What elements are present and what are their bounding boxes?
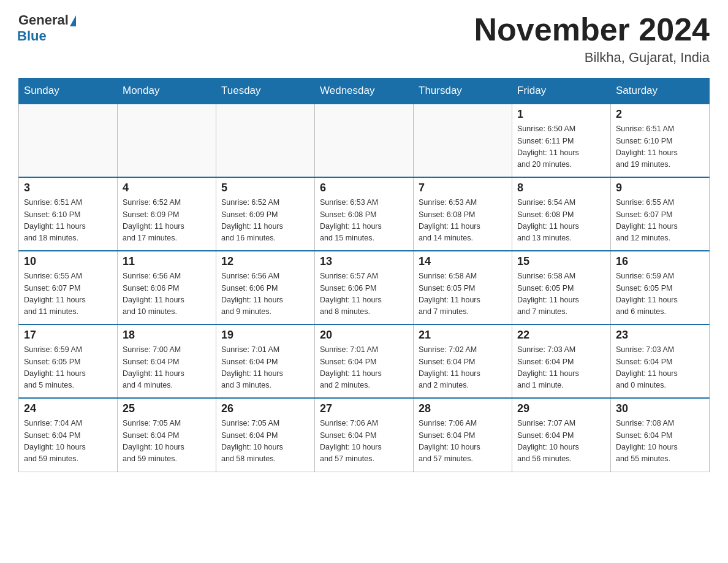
day-cell	[19, 104, 118, 177]
day-cell: 21Sunrise: 7:02 AMSunset: 6:04 PMDayligh…	[414, 324, 512, 398]
title-block: November 2024 Bilkha, Gujarat, India	[474, 12, 710, 66]
week-row-5: 24Sunrise: 7:04 AMSunset: 6:04 PMDayligh…	[19, 398, 710, 472]
day-number: 4	[123, 182, 211, 194]
day-info: Sunrise: 6:58 AMSunset: 6:05 PMDaylight:…	[517, 270, 605, 318]
day-number: 14	[419, 255, 507, 268]
day-info: Sunrise: 6:50 AMSunset: 6:11 PMDaylight:…	[517, 123, 605, 171]
day-number: 20	[320, 329, 408, 342]
day-info: Sunrise: 6:58 AMSunset: 6:05 PMDaylight:…	[419, 270, 507, 318]
day-info: Sunrise: 6:56 AMSunset: 6:06 PMDaylight:…	[221, 270, 309, 318]
day-number: 16	[616, 255, 704, 268]
day-cell: 5Sunrise: 6:52 AMSunset: 6:09 PMDaylight…	[216, 177, 315, 251]
day-number: 17	[24, 329, 112, 342]
day-cell: 29Sunrise: 7:07 AMSunset: 6:04 PMDayligh…	[512, 398, 611, 472]
col-header-saturday: Saturday	[611, 79, 710, 104]
day-cell: 23Sunrise: 7:03 AMSunset: 6:04 PMDayligh…	[611, 324, 710, 398]
day-number: 18	[123, 329, 211, 342]
day-info: Sunrise: 6:55 AMSunset: 6:07 PMDaylight:…	[616, 197, 704, 245]
day-cell: 14Sunrise: 6:58 AMSunset: 6:05 PMDayligh…	[414, 251, 512, 324]
col-header-friday: Friday	[512, 79, 611, 104]
day-cell: 16Sunrise: 6:59 AMSunset: 6:05 PMDayligh…	[611, 251, 710, 324]
day-number: 6	[320, 182, 408, 194]
day-number: 8	[517, 182, 605, 194]
col-header-thursday: Thursday	[414, 79, 512, 104]
day-number: 26	[221, 402, 309, 415]
day-info: Sunrise: 6:54 AMSunset: 6:08 PMDaylight:…	[517, 197, 605, 245]
day-info: Sunrise: 7:01 AMSunset: 6:04 PMDaylight:…	[221, 344, 309, 392]
page-header: General Blue November 2024 Bilkha, Gujar…	[18, 12, 710, 66]
day-info: Sunrise: 7:01 AMSunset: 6:04 PMDaylight:…	[320, 344, 408, 392]
day-number: 23	[616, 329, 704, 342]
location-title: Bilkha, Gujarat, India	[474, 50, 710, 66]
day-cell: 22Sunrise: 7:03 AMSunset: 6:04 PMDayligh…	[512, 324, 611, 398]
day-info: Sunrise: 6:51 AMSunset: 6:10 PMDaylight:…	[24, 197, 112, 245]
day-info: Sunrise: 7:08 AMSunset: 6:04 PMDaylight:…	[616, 418, 704, 465]
day-cell: 3Sunrise: 6:51 AMSunset: 6:10 PMDaylight…	[19, 177, 118, 251]
day-number: 22	[517, 329, 605, 342]
week-row-3: 10Sunrise: 6:55 AMSunset: 6:07 PMDayligh…	[19, 251, 710, 324]
day-number: 27	[320, 402, 408, 415]
day-cell: 26Sunrise: 7:05 AMSunset: 6:04 PMDayligh…	[216, 398, 315, 472]
day-cell: 6Sunrise: 6:53 AMSunset: 6:08 PMDaylight…	[315, 177, 414, 251]
day-cell: 15Sunrise: 6:58 AMSunset: 6:05 PMDayligh…	[512, 251, 611, 324]
day-cell: 11Sunrise: 6:56 AMSunset: 6:06 PMDayligh…	[118, 251, 216, 324]
logo: General Blue	[18, 12, 76, 44]
day-cell	[216, 104, 315, 177]
day-cell: 27Sunrise: 7:06 AMSunset: 6:04 PMDayligh…	[315, 398, 414, 472]
day-number: 7	[419, 182, 507, 194]
day-cell	[315, 104, 414, 177]
day-number: 30	[616, 402, 704, 415]
col-header-wednesday: Wednesday	[315, 79, 414, 104]
day-number: 9	[616, 182, 704, 194]
day-info: Sunrise: 6:59 AMSunset: 6:05 PMDaylight:…	[24, 344, 112, 392]
day-info: Sunrise: 6:56 AMSunset: 6:06 PMDaylight:…	[123, 270, 211, 318]
day-cell: 10Sunrise: 6:55 AMSunset: 6:07 PMDayligh…	[19, 251, 118, 324]
day-info: Sunrise: 7:06 AMSunset: 6:04 PMDaylight:…	[320, 418, 408, 465]
day-cell: 9Sunrise: 6:55 AMSunset: 6:07 PMDaylight…	[611, 177, 710, 251]
day-cell: 1Sunrise: 6:50 AMSunset: 6:11 PMDaylight…	[512, 104, 611, 177]
day-number: 25	[123, 402, 211, 415]
day-info: Sunrise: 7:07 AMSunset: 6:04 PMDaylight:…	[517, 418, 605, 465]
day-info: Sunrise: 7:00 AMSunset: 6:04 PMDaylight:…	[123, 344, 211, 392]
day-number: 15	[517, 255, 605, 268]
day-cell: 12Sunrise: 6:56 AMSunset: 6:06 PMDayligh…	[216, 251, 315, 324]
day-info: Sunrise: 6:51 AMSunset: 6:10 PMDaylight:…	[616, 123, 704, 171]
day-info: Sunrise: 7:03 AMSunset: 6:04 PMDaylight:…	[517, 344, 605, 392]
day-cell: 30Sunrise: 7:08 AMSunset: 6:04 PMDayligh…	[611, 398, 710, 472]
day-number: 29	[517, 402, 605, 415]
day-cell	[118, 104, 216, 177]
day-number: 10	[24, 255, 112, 268]
day-number: 28	[419, 402, 507, 415]
day-cell: 13Sunrise: 6:57 AMSunset: 6:06 PMDayligh…	[315, 251, 414, 324]
day-info: Sunrise: 7:04 AMSunset: 6:04 PMDaylight:…	[24, 418, 112, 465]
day-number: 5	[221, 182, 309, 194]
logo-triangle-icon	[70, 15, 76, 26]
day-info: Sunrise: 7:02 AMSunset: 6:04 PMDaylight:…	[419, 344, 507, 392]
week-row-4: 17Sunrise: 6:59 AMSunset: 6:05 PMDayligh…	[19, 324, 710, 398]
day-cell: 20Sunrise: 7:01 AMSunset: 6:04 PMDayligh…	[315, 324, 414, 398]
week-row-1: 1Sunrise: 6:50 AMSunset: 6:11 PMDaylight…	[19, 104, 710, 177]
month-title: November 2024	[474, 12, 710, 47]
day-number: 1	[517, 108, 605, 121]
day-cell	[414, 104, 512, 177]
day-number: 12	[221, 255, 309, 268]
day-number: 2	[616, 108, 704, 121]
day-number: 13	[320, 255, 408, 268]
day-info: Sunrise: 6:52 AMSunset: 6:09 PMDaylight:…	[123, 197, 211, 245]
day-number: 11	[123, 255, 211, 268]
day-cell: 28Sunrise: 7:06 AMSunset: 6:04 PMDayligh…	[414, 398, 512, 472]
col-header-tuesday: Tuesday	[216, 79, 315, 104]
calendar-table: SundayMondayTuesdayWednesdayThursdayFrid…	[18, 78, 710, 472]
day-cell: 18Sunrise: 7:00 AMSunset: 6:04 PMDayligh…	[118, 324, 216, 398]
calendar-header-row: SundayMondayTuesdayWednesdayThursdayFrid…	[19, 79, 710, 104]
day-cell: 25Sunrise: 7:05 AMSunset: 6:04 PMDayligh…	[118, 398, 216, 472]
day-number: 3	[24, 182, 112, 194]
day-info: Sunrise: 6:53 AMSunset: 6:08 PMDaylight:…	[419, 197, 507, 245]
day-info: Sunrise: 6:52 AMSunset: 6:09 PMDaylight:…	[221, 197, 309, 245]
day-info: Sunrise: 6:53 AMSunset: 6:08 PMDaylight:…	[320, 197, 408, 245]
day-cell: 7Sunrise: 6:53 AMSunset: 6:08 PMDaylight…	[414, 177, 512, 251]
day-info: Sunrise: 6:57 AMSunset: 6:06 PMDaylight:…	[320, 270, 408, 318]
day-cell: 19Sunrise: 7:01 AMSunset: 6:04 PMDayligh…	[216, 324, 315, 398]
day-number: 24	[24, 402, 112, 415]
logo-blue-text: Blue	[17, 28, 47, 44]
